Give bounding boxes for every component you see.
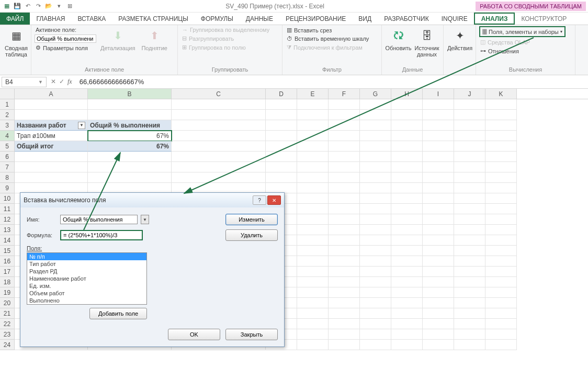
cell[interactable] (485, 340, 517, 350)
filter-dropdown-icon[interactable]: ▼ (78, 122, 85, 129)
cell[interactable] (485, 110, 517, 120)
cell[interactable] (329, 120, 360, 131)
list-item[interactable]: Тип работ (27, 260, 146, 268)
list-item[interactable]: Раздел РД (27, 268, 146, 275)
cell[interactable] (391, 287, 423, 298)
cell[interactable] (485, 246, 517, 256)
cell[interactable] (297, 235, 329, 246)
row-header[interactable]: 18 (0, 277, 15, 287)
formula-input-dialog[interactable] (60, 230, 143, 240)
cell[interactable] (391, 193, 423, 204)
cell[interactable] (391, 131, 423, 141)
cell[interactable] (329, 204, 360, 214)
cell[interactable] (329, 235, 360, 246)
cell[interactable]: 67% (88, 131, 172, 141)
cell[interactable] (454, 193, 485, 204)
cell[interactable] (454, 267, 485, 277)
cell[interactable] (454, 141, 485, 152)
cell[interactable] (329, 172, 360, 183)
col-header[interactable]: J (454, 89, 485, 99)
cell[interactable] (329, 193, 360, 204)
pivot-table-button[interactable]: ▦ Сводная таблица (3, 26, 29, 59)
cell[interactable] (423, 131, 454, 141)
tab-insert[interactable]: ВСТАВКА (71, 13, 112, 25)
col-header[interactable]: E (297, 89, 329, 99)
cell[interactable] (297, 319, 329, 329)
col-header[interactable]: K (485, 89, 517, 99)
field-settings-button[interactable]: ⚙Параметры поля (35, 44, 96, 52)
cell[interactable] (454, 214, 485, 225)
list-item[interactable]: Объем работ (27, 290, 146, 297)
insert-slicer-button[interactable]: ▥Вставить срез (286, 26, 370, 34)
tab-page-layout[interactable]: РАЗМЕТКА СТРАНИЦЫ (112, 13, 195, 25)
row-header[interactable]: 5 (0, 141, 15, 152)
cell[interactable]: Названия работ▼ (15, 120, 88, 131)
redo-icon[interactable]: ↷ (33, 2, 43, 11)
cell[interactable] (485, 235, 517, 246)
cell[interactable] (297, 256, 329, 267)
row-header[interactable]: 23 (0, 329, 15, 340)
close-button[interactable]: ✕ (267, 195, 281, 205)
cell[interactable] (297, 204, 329, 214)
cell[interactable] (485, 172, 517, 183)
cell[interactable] (485, 204, 517, 214)
cell[interactable] (329, 131, 360, 141)
list-item[interactable]: Наименование работ (27, 275, 146, 282)
cell[interactable] (329, 287, 360, 298)
cell[interactable] (360, 267, 391, 277)
delete-button[interactable]: Удалить (225, 229, 278, 241)
cell[interactable] (485, 267, 517, 277)
cell[interactable] (423, 183, 454, 193)
cell[interactable] (454, 172, 485, 183)
cell[interactable] (423, 277, 454, 287)
cell[interactable] (423, 152, 454, 162)
cell[interactable] (391, 183, 423, 193)
cell[interactable] (360, 183, 391, 193)
cell[interactable] (360, 214, 391, 225)
cell[interactable] (297, 141, 329, 152)
row-header[interactable]: 21 (0, 308, 15, 319)
cell[interactable] (329, 141, 360, 152)
row-header[interactable]: 19 (0, 287, 15, 298)
fields-list[interactable]: № п/пТип работРаздел РДНаименование рабо… (27, 252, 147, 305)
cell[interactable] (329, 256, 360, 267)
cell[interactable] (485, 214, 517, 225)
cell[interactable] (88, 183, 172, 193)
tab-home[interactable]: ГЛАВНАЯ (30, 13, 71, 25)
cell[interactable] (266, 162, 297, 172)
tab-data[interactable]: ДАННЫЕ (240, 13, 279, 25)
cell[interactable] (172, 120, 266, 131)
cell[interactable] (485, 277, 517, 287)
tab-inquire[interactable]: INQUIRE (435, 13, 474, 25)
cell[interactable] (297, 225, 329, 235)
cell[interactable] (360, 193, 391, 204)
cell[interactable] (329, 319, 360, 329)
cell[interactable] (297, 246, 329, 256)
fields-items-sets-button[interactable]: 🀫Поля, элементы и наборы▾ (479, 26, 566, 37)
row-header[interactable]: 14 (0, 235, 15, 246)
cell[interactable] (360, 340, 391, 350)
cell[interactable] (360, 298, 391, 308)
cell[interactable] (391, 267, 423, 277)
active-field-input[interactable] (35, 34, 96, 43)
cell[interactable] (297, 277, 329, 287)
cell[interactable] (266, 99, 297, 110)
cell[interactable] (485, 287, 517, 298)
cell[interactable] (485, 319, 517, 329)
cell[interactable] (88, 172, 172, 183)
cell[interactable] (454, 162, 485, 172)
row-header[interactable]: 6 (0, 152, 15, 162)
cell[interactable] (391, 141, 423, 152)
row-header[interactable]: 13 (0, 225, 15, 235)
col-header[interactable]: C (172, 89, 266, 99)
cell[interactable] (172, 110, 266, 120)
cell[interactable] (329, 152, 360, 162)
enter-icon[interactable]: ✓ (59, 78, 64, 86)
cell[interactable] (423, 120, 454, 131)
cell[interactable] (329, 162, 360, 172)
change-button[interactable]: Изменить (225, 214, 278, 225)
cell[interactable] (329, 329, 360, 340)
cell[interactable] (391, 204, 423, 214)
cell[interactable] (391, 235, 423, 246)
name-input[interactable] (60, 215, 138, 224)
